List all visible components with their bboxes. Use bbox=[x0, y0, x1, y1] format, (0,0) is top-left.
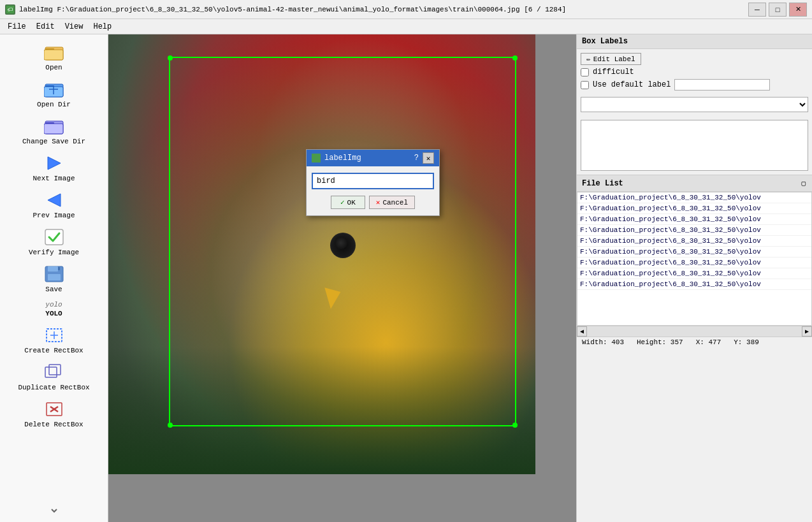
label-input[interactable] bbox=[312, 173, 434, 189]
yolo-label: YOLO bbox=[45, 310, 62, 317]
change-save-dir-label: Change Save Dir bbox=[22, 138, 85, 145]
open-button[interactable]: Open bbox=[10, 40, 99, 74]
svg-rect-4 bbox=[44, 50, 63, 60]
file-list-item[interactable]: F:\Graduation_project\6_8_30_31_32_50\yo… bbox=[577, 257, 811, 268]
sidebar: Open Open Dir bbox=[0, 34, 108, 522]
box-labels-header: Box Labels bbox=[577, 34, 812, 49]
save-label: Save bbox=[45, 286, 62, 293]
svg-rect-15 bbox=[45, 229, 63, 245]
verify-image-label: Verify Image bbox=[29, 249, 79, 256]
dialog-close-button[interactable]: ✕ bbox=[423, 152, 434, 164]
file-list-item[interactable]: F:\Graduation_project\6_8_30_31_32_50\yo… bbox=[577, 203, 811, 214]
duplicate-rect-box-button[interactable]: Duplicate RectBox bbox=[10, 359, 99, 394]
maximize-button[interactable]: □ bbox=[769, 3, 787, 17]
label-dialog: labelImg ? ✕ ✓ OK bbox=[306, 149, 440, 216]
next-image-label: Next Image bbox=[33, 175, 75, 182]
minimize-button[interactable]: ─ bbox=[748, 3, 766, 17]
difficult-checkbox[interactable] bbox=[581, 68, 589, 76]
cancel-label: Cancel bbox=[382, 199, 408, 207]
open-icon bbox=[44, 42, 64, 62]
file-list-item[interactable]: F:\Graduation_project\6_8_30_31_32_50\yo… bbox=[577, 247, 811, 257]
create-rect-label: Create RectBox bbox=[24, 347, 83, 354]
title-bar: 🏷 labelImg F:\Graduation_project\6_8_30_… bbox=[0, 0, 812, 19]
file-list-item[interactable]: F:\Graduation_project\6_8_30_31_32_50\yo… bbox=[577, 268, 811, 279]
scroll-left-button[interactable]: ◀ bbox=[577, 326, 587, 337]
verify-image-icon bbox=[44, 227, 64, 247]
yolo-format-label: yolo bbox=[45, 301, 62, 308]
dialog-cancel-button[interactable]: ✕ Cancel bbox=[369, 196, 415, 209]
menu-help[interactable]: Help bbox=[88, 21, 117, 33]
use-default-label-checkbox[interactable] bbox=[581, 81, 589, 89]
change-save-dir-button[interactable]: Change Save Dir bbox=[10, 113, 99, 148]
default-label-input[interactable] bbox=[674, 79, 770, 91]
create-rect-box-button[interactable]: Create RectBox bbox=[10, 323, 99, 357]
menu-edit[interactable]: Edit bbox=[31, 21, 60, 33]
menu-bar: File Edit View Help bbox=[0, 19, 812, 34]
prev-image-icon bbox=[44, 190, 64, 210]
save-icon bbox=[44, 264, 64, 284]
difficult-label: difficult bbox=[593, 68, 634, 76]
ok-checkmark-icon: ✓ bbox=[340, 198, 345, 207]
svg-rect-18 bbox=[48, 274, 61, 280]
file-list-scrollbar: ◀ ▶ bbox=[577, 326, 812, 337]
svg-marker-14 bbox=[48, 194, 61, 207]
open-dir-icon bbox=[44, 79, 64, 99]
dialog-ok-button[interactable]: ✓ OK bbox=[331, 196, 365, 209]
edit-label-text: Edit Label bbox=[593, 55, 635, 63]
save-button[interactable]: Save bbox=[10, 261, 99, 296]
box-labels-content: ✏ Edit Label difficult Use default label bbox=[577, 49, 812, 116]
delete-rect-box-button[interactable]: Delete RectBox bbox=[10, 396, 99, 431]
prev-image-button[interactable]: Prev Image bbox=[10, 187, 99, 222]
dialog-app-icon bbox=[312, 154, 321, 163]
open-dir-label: Open Dir bbox=[37, 101, 71, 108]
duplicate-rect-icon bbox=[44, 362, 64, 382]
sidebar-collapse-button[interactable] bbox=[10, 504, 99, 517]
menu-view[interactable]: View bbox=[60, 21, 89, 33]
svg-text:🏷: 🏷 bbox=[8, 7, 13, 13]
file-list-header: File List ▢ bbox=[577, 175, 812, 192]
file-list-collapse-icon[interactable]: ▢ bbox=[800, 178, 807, 189]
file-list-item[interactable]: F:\Graduation_project\6_8_30_31_32_50\yo… bbox=[577, 279, 811, 290]
dialog-title-bar: labelImg ? ✕ bbox=[307, 150, 439, 166]
file-list-section: File List ▢ F:\Graduation_project\6_8_30… bbox=[577, 175, 812, 337]
create-rect-icon bbox=[44, 325, 64, 345]
default-label-row: Use default label bbox=[581, 79, 808, 91]
menu-file[interactable]: File bbox=[3, 21, 31, 33]
file-list-item[interactable]: F:\Graduation_project\6_8_30_31_32_50\yo… bbox=[577, 192, 811, 203]
svg-rect-23 bbox=[45, 367, 57, 377]
scroll-right-button[interactable]: ▶ bbox=[802, 326, 812, 337]
verify-image-button[interactable]: Verify Image bbox=[10, 224, 99, 259]
difficult-row: difficult bbox=[581, 68, 808, 76]
file-list-item[interactable]: F:\Graduation_project\6_8_30_31_32_50\yo… bbox=[577, 214, 811, 225]
box-labels-section: Box Labels ✏ Edit Label difficult Use de… bbox=[577, 34, 812, 175]
file-list-item[interactable]: F:\Graduation_project\6_8_30_31_32_50\yo… bbox=[577, 236, 811, 247]
scrollbar-track[interactable] bbox=[587, 326, 802, 337]
yolo-format-button[interactable]: yolo YOLO bbox=[10, 298, 99, 320]
status-x: X: 477 bbox=[696, 338, 721, 346]
edit-label-button[interactable]: ✏ Edit Label bbox=[581, 53, 641, 65]
prev-image-label: Prev Image bbox=[33, 212, 75, 219]
svg-rect-19 bbox=[58, 267, 60, 270]
label-list-area bbox=[581, 120, 808, 171]
open-dir-button[interactable]: Open Dir bbox=[10, 76, 99, 111]
delete-rect-icon bbox=[44, 399, 64, 419]
next-image-button[interactable]: Next Image bbox=[10, 150, 99, 185]
title-text: labelImg F:\Graduation_project\6_8_30_31… bbox=[19, 6, 566, 13]
canvas-area[interactable]: labelImg ? ✕ ✓ OK bbox=[108, 34, 576, 522]
status-bar: Width: 403 Height: 357 X: 477 Y: 389 bbox=[577, 337, 812, 347]
cancel-x-icon: ✕ bbox=[376, 198, 381, 207]
close-button[interactable]: ✕ bbox=[789, 3, 807, 17]
edit-label-icon: ✏ bbox=[586, 55, 591, 63]
delete-rect-label: Delete RectBox bbox=[24, 421, 83, 428]
dialog-content: ✓ OK ✕ Cancel bbox=[307, 166, 439, 215]
svg-marker-13 bbox=[48, 157, 61, 170]
ok-label: OK bbox=[347, 199, 356, 207]
svg-rect-17 bbox=[48, 266, 58, 272]
dialog-buttons: ✓ OK ✕ Cancel bbox=[312, 196, 434, 209]
dialog-title-text: labelImg bbox=[324, 154, 361, 163]
file-list-title: File List bbox=[582, 179, 623, 188]
open-label: Open bbox=[45, 64, 62, 71]
label-dropdown[interactable] bbox=[581, 97, 808, 112]
svg-rect-24 bbox=[49, 365, 61, 375]
file-list-item[interactable]: F:\Graduation_project\6_8_30_31_32_50\yo… bbox=[577, 225, 811, 236]
